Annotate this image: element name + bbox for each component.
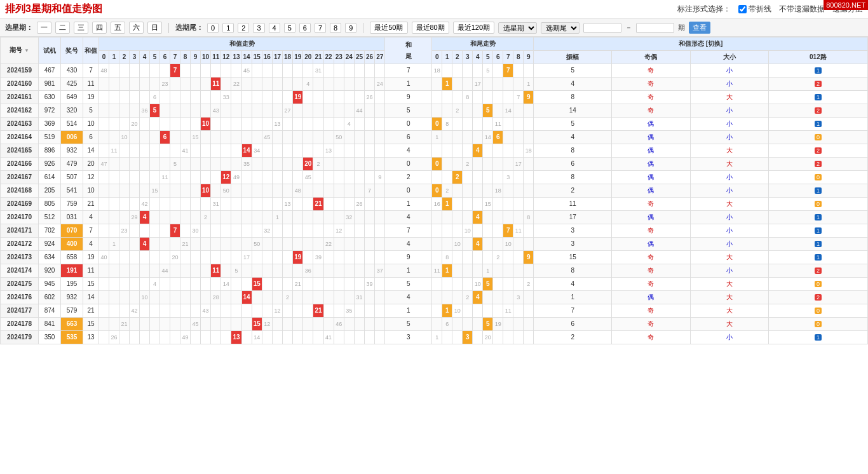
td-hesum-17	[272, 158, 282, 171]
th-period[interactable]: 期号 ▼	[1, 37, 39, 64]
td-sum: 7	[83, 64, 99, 78]
td-hesum-8: 21	[180, 238, 191, 251]
td-hesum-5: 15	[150, 184, 160, 198]
td-hw-8	[513, 104, 524, 118]
td-road: 0	[768, 198, 867, 211]
td-hesum-1	[109, 118, 119, 131]
td-hw-4: 4	[473, 238, 483, 251]
range-end-input[interactable]: 2024179	[636, 23, 674, 33]
td-hesum-19	[293, 171, 303, 184]
td-hesum-17: 12	[272, 304, 282, 318]
td-road: 0	[768, 318, 867, 331]
weekday-wed[interactable]: 三	[74, 22, 88, 34]
td-sum: 4	[83, 238, 99, 251]
td-hesum-23	[334, 78, 344, 91]
td-hesum-5	[150, 251, 160, 264]
td-hw-5	[483, 118, 493, 131]
tail-0[interactable]: 0	[207, 23, 219, 33]
td-hesum-0	[99, 291, 109, 304]
td-hw-3	[463, 118, 473, 131]
td-hesum-23	[334, 331, 344, 344]
weekday-sat[interactable]: 六	[129, 22, 144, 34]
td-sum: 19	[83, 91, 99, 104]
recent-120[interactable]: 最近120期	[453, 22, 494, 34]
td-hesum-6	[160, 104, 170, 118]
td-hesum-0: 40	[99, 251, 109, 264]
td-hesum-20	[303, 291, 313, 304]
td-try: 920	[39, 264, 61, 278]
tail-6[interactable]: 6	[299, 23, 311, 33]
weekday-thu[interactable]: 四	[92, 22, 107, 34]
td-hesum-17	[272, 264, 282, 278]
view-button[interactable]: 查看	[689, 22, 710, 34]
td-hesum-9	[191, 104, 201, 118]
td-hw-2	[452, 64, 463, 78]
td-hesum-22	[323, 118, 334, 131]
recent-50[interactable]: 最近50期	[370, 22, 407, 34]
td-road: 1	[768, 91, 867, 104]
td-period: 2024166	[1, 158, 39, 171]
td-hewei: 2	[385, 171, 432, 184]
weekday-tue[interactable]: 二	[55, 22, 70, 34]
td-hesum-10: 2	[201, 211, 211, 224]
td-hw-8: 11	[513, 224, 524, 238]
td-hesum-1	[109, 318, 119, 331]
annotation-check-1[interactable]	[738, 5, 747, 13]
td-hesum-10	[201, 278, 211, 291]
td-hw-2	[452, 278, 463, 291]
td-hw-0	[432, 238, 442, 251]
td-hesum-4: 4	[140, 211, 150, 224]
td-hesum-17	[272, 318, 282, 331]
td-hw-5: 5	[483, 104, 493, 118]
td-hesum-4	[140, 171, 150, 184]
td-road: 2	[768, 158, 867, 171]
weekday-fri[interactable]: 五	[111, 22, 125, 34]
td-road: 2	[768, 291, 867, 304]
td-hesum-9	[191, 198, 201, 211]
td-hw-0	[432, 91, 442, 104]
tail-3[interactable]: 3	[253, 23, 264, 33]
td-hesum-18	[283, 91, 293, 104]
td-hesum-25	[354, 144, 364, 158]
td-hesum-22	[323, 64, 334, 78]
td-hesum-14	[241, 318, 252, 331]
td-road: 1	[768, 331, 867, 344]
td-hesum-6	[160, 224, 170, 238]
annotation-checkbox-1[interactable]: 带折线	[738, 4, 771, 15]
tail-4[interactable]: 4	[269, 23, 280, 33]
td-hesum-11	[211, 278, 221, 291]
tail-5[interactable]: 5	[284, 23, 295, 33]
th-hw6: 6	[493, 51, 503, 64]
tail-1[interactable]: 1	[222, 23, 234, 33]
td-prize: 425	[61, 78, 83, 91]
tail-select[interactable]: 选期尾	[541, 22, 580, 34]
tail-9[interactable]: 9	[345, 23, 356, 33]
tail-8[interactable]: 8	[330, 23, 341, 33]
td-big-small: 大	[690, 198, 768, 211]
td-hesum-14	[241, 198, 252, 211]
td-hesum-0: 47	[99, 158, 109, 171]
td-hesum-1	[109, 278, 119, 291]
td-hesum-23	[334, 118, 344, 131]
td-hesum-19	[293, 198, 303, 211]
recent-80[interactable]: 最近80期	[412, 22, 449, 34]
weekday-select[interactable]: 选星期	[498, 22, 537, 34]
tail-7[interactable]: 7	[315, 23, 326, 33]
td-hesum-0	[99, 331, 109, 344]
td-hw-3	[463, 171, 473, 184]
td-hesum-21	[313, 318, 323, 331]
td-hesum-8: 49	[180, 331, 191, 344]
td-hw-9	[524, 291, 534, 304]
weekday-sun[interactable]: 日	[147, 22, 162, 34]
range-start-input[interactable]: 2024159	[583, 23, 621, 33]
td-hesum-22: 13	[323, 144, 334, 158]
tail-2[interactable]: 2	[238, 23, 249, 33]
td-hesum-16	[262, 118, 272, 131]
weekday-mon[interactable]: 一	[37, 22, 51, 34]
td-hesum-20	[303, 331, 313, 344]
td-hesum-3	[130, 104, 140, 118]
td-hesum-16	[262, 331, 272, 344]
td-hewei: 7	[385, 64, 432, 78]
td-big-small: 小	[690, 118, 768, 131]
td-sum: 21	[83, 198, 99, 211]
